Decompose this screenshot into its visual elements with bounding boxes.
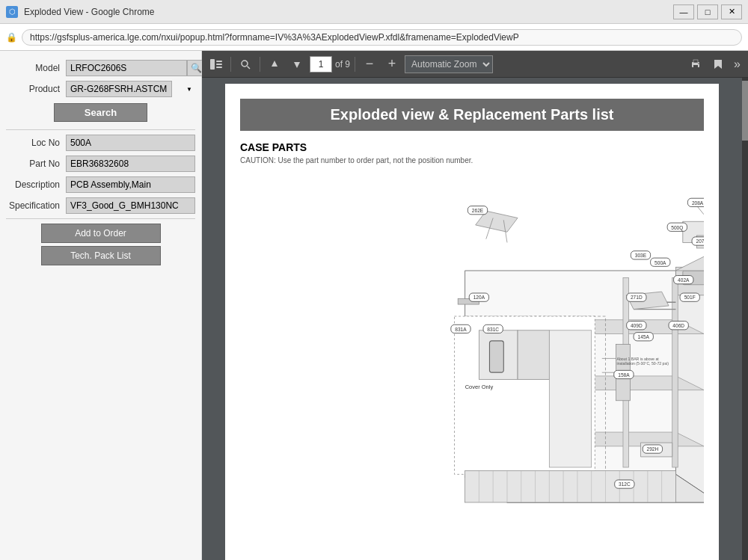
svg-point-4 (242, 61, 248, 67)
pdf-more-button[interactable]: » (731, 58, 744, 71)
svg-text:120A: 120A (473, 295, 485, 300)
svg-text:208A: 208A (692, 200, 704, 206)
minimize-button[interactable]: — (673, 4, 694, 19)
svg-line-57 (698, 206, 704, 214)
search-button[interactable]: Search (54, 103, 147, 122)
svg-text:500Q: 500Q (671, 225, 683, 231)
description-label: Description (6, 179, 66, 190)
pdf-zoom-out[interactable]: − (360, 55, 379, 74)
svg-rect-0 (210, 59, 215, 70)
description-input[interactable] (66, 176, 195, 193)
left-panel: Model 🔍 Product GR-G268FSRH.ASTCM Search… (0, 51, 202, 560)
svg-rect-22 (518, 330, 549, 380)
pdf-scrollbar[interactable] (742, 78, 748, 560)
svg-marker-12 (714, 60, 722, 69)
svg-text:292H: 292H (647, 446, 659, 452)
svg-text:145A: 145A (638, 334, 650, 339)
window-titlebar: ⬡ Exploded View - Google Chrome — □ ✕ (0, 0, 748, 24)
app-icon: ⬡ (6, 6, 18, 18)
exploded-view-svg: 208A 500Q 411A 207A (240, 172, 704, 531)
svg-marker-6 (272, 61, 278, 67)
model-row: Model 🔍 (6, 60, 195, 76)
svg-text:406D: 406D (672, 323, 684, 328)
tech-pack-list-button[interactable]: Tech. Pack List (41, 246, 161, 265)
divider-2 (6, 218, 195, 219)
pdf-bookmark-button[interactable] (708, 55, 728, 74)
svg-text:500A: 500A (654, 260, 666, 265)
svg-marker-7 (294, 62, 300, 68)
svg-rect-10 (693, 65, 698, 67)
svg-text:501F: 501F (684, 295, 696, 300)
pdf-next-page[interactable] (287, 55, 307, 74)
pdf-sidebar-toggle[interactable] (206, 55, 226, 74)
lock-icon: 🔒 (6, 32, 17, 43)
section-title: CASE PARTS (240, 141, 704, 153)
window-controls[interactable]: — □ ✕ (673, 4, 742, 19)
svg-line-5 (248, 66, 251, 69)
product-row: Product GR-G268FSRH.ASTCM (6, 81, 195, 97)
svg-rect-24 (549, 330, 591, 467)
caution-text: CAUTION: Use the part number to order pa… (240, 156, 704, 164)
pdf-print-button[interactable] (686, 55, 705, 74)
pdf-page: Exploded view & Replacement Parts list C… (225, 84, 719, 560)
model-input[interactable] (66, 60, 187, 76)
part-no-input[interactable] (66, 156, 195, 172)
svg-text:158A: 158A (618, 372, 630, 378)
pdf-zoom-in[interactable]: + (382, 55, 402, 74)
svg-rect-2 (216, 64, 222, 65)
address-input[interactable] (22, 29, 742, 46)
svg-text:831C: 831C (487, 327, 499, 332)
svg-rect-27 (465, 471, 676, 502)
close-button[interactable]: ✕ (721, 4, 742, 19)
svg-text:207A: 207A (696, 239, 704, 244)
loc-no-label: Loc No (6, 138, 66, 148)
description-row: Description (6, 176, 195, 193)
pdf-toolbar: of 9 − + Automatic Zoom 50% 75% 100% 125… (202, 51, 748, 78)
separator-1 (230, 57, 231, 72)
loc-no-input[interactable] (66, 135, 195, 151)
main-content: Model 🔍 Product GR-G268FSRH.ASTCM Search… (0, 51, 748, 560)
maximize-button[interactable]: □ (697, 4, 718, 19)
page-title: Exploded view & Replacement Parts list (240, 99, 704, 131)
model-label: Model (6, 63, 66, 73)
model-input-group: 🔍 (66, 60, 205, 76)
svg-text:installation (5-30°C, 50-72 ps: installation (5-30°C, 50-72 psi) (617, 361, 669, 366)
add-to-order-button[interactable]: Add to Order (41, 224, 161, 243)
svg-rect-9 (693, 60, 698, 63)
titlebar-left: ⬡ Exploded View - Google Chrome (6, 6, 155, 18)
product-select[interactable]: GR-G268FSRH.ASTCM (66, 81, 172, 97)
svg-rect-3 (216, 67, 222, 68)
divider-1 (6, 129, 195, 130)
svg-text:303E: 303E (635, 253, 647, 258)
svg-point-11 (698, 63, 699, 64)
pdf-viewer: of 9 − + Automatic Zoom 50% 75% 100% 125… (202, 51, 748, 560)
part-no-row: Part No (6, 156, 195, 172)
pdf-scrollbar-thumb[interactable] (742, 81, 748, 141)
specification-input[interactable] (66, 197, 195, 214)
address-bar: 🔒 (0, 24, 748, 51)
pdf-total-pages: of 9 (335, 59, 350, 70)
loc-no-row: Loc No (6, 135, 195, 151)
pdf-page-input[interactable] (310, 56, 332, 73)
pdf-scroll-area: Exploded view & Replacement Parts list C… (202, 78, 742, 560)
svg-text:312C: 312C (619, 481, 631, 487)
product-label: Product (6, 84, 66, 94)
search-button-row: Search (6, 103, 195, 122)
svg-text:262E: 262E (472, 208, 484, 213)
svg-rect-26 (672, 277, 678, 467)
specification-label: Specification (6, 200, 66, 211)
pdf-prev-page[interactable] (265, 55, 284, 74)
separator-3 (355, 57, 355, 72)
specification-row: Specification (6, 197, 195, 214)
pdf-content-area: Exploded view & Replacement Parts list C… (202, 78, 748, 560)
svg-text:Cover Only: Cover Only (465, 384, 494, 390)
svg-text:409D: 409D (631, 323, 643, 328)
svg-rect-1 (216, 61, 222, 62)
separator-2 (260, 57, 260, 72)
product-select-wrapper: GR-G268FSRH.ASTCM (66, 81, 195, 97)
part-no-label: Part No (6, 159, 66, 169)
pdf-zoom-select[interactable]: Automatic Zoom 50% 75% 100% 125% 150% (405, 55, 493, 73)
svg-text:271D: 271D (631, 295, 643, 300)
svg-text:402A: 402A (678, 277, 690, 283)
pdf-search-button[interactable] (236, 55, 255, 74)
